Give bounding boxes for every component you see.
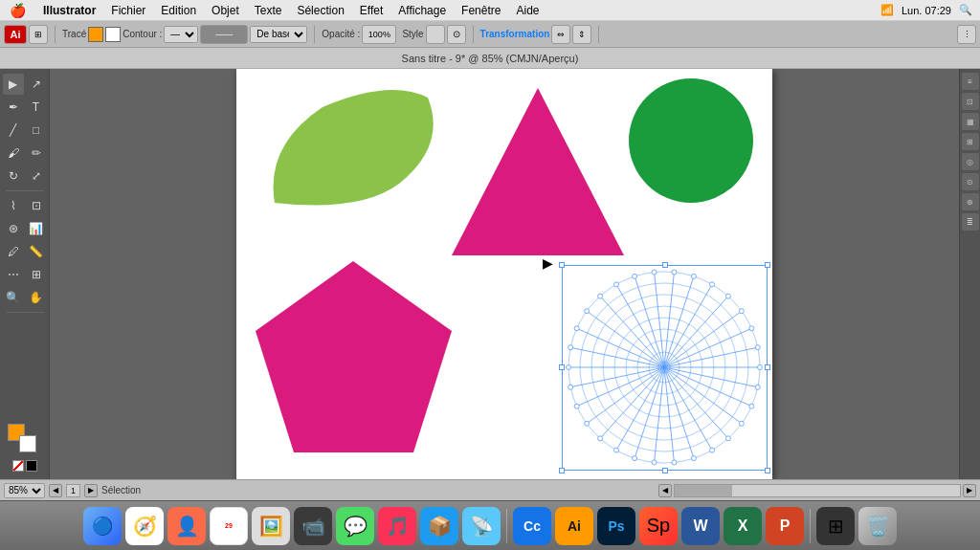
rect-tool[interactable]: □ [26,120,47,141]
rp-btn-5[interactable]: ◎ [962,153,979,170]
chart-tool[interactable]: 📊 [26,218,47,239]
scale-tool[interactable]: ⤢ [26,165,47,187]
tool-row-2: ✒ T [3,97,47,118]
rp-btn-3[interactable]: ▦ [962,113,979,130]
menu-texte[interactable]: Texte [247,4,290,17]
none-swatch[interactable] [12,460,24,472]
dock-word[interactable]: W [681,507,720,545]
rotate-tool[interactable]: ↻ [3,165,24,187]
dock-appstore[interactable]: 📦 [420,507,458,545]
apple-menu[interactable]: 🍎 [0,3,35,18]
ai-logo-btn[interactable]: Ai [4,25,27,44]
tb-sep-2 [314,26,315,43]
dock-illustrator[interactable]: Ai [555,507,593,545]
dock-safari[interactable]: 🧭 [125,507,164,545]
opacity-value[interactable]: 100% [362,25,396,44]
h-scrollbar-track[interactable] [674,484,961,497]
stroke-color-box[interactable] [105,27,121,42]
handle-br[interactable] [765,468,770,473]
stroke-width-btn[interactable]: —— [200,25,248,44]
transform-btn-2[interactable]: ⇕ [572,25,591,44]
shape-leaf[interactable] [265,88,437,212]
select-tool[interactable]: ▶ [3,74,24,95]
menu-aide[interactable]: Aide [508,4,546,17]
prev-page-btn[interactable]: ◀ [49,484,62,497]
menu-edition[interactable]: Edition [153,4,204,17]
handle-tm[interactable] [662,262,668,268]
fill-color-box[interactable] [88,27,103,42]
dock-excel[interactable]: X [724,507,762,545]
rp-btn-1[interactable]: ≡ [962,73,979,90]
transform-tool[interactable]: ⊡ [26,195,47,216]
canvas-area[interactable]: ▶ [50,69,959,479]
shape-spiral-container[interactable] [562,265,768,471]
dock-spark[interactable]: Sp [639,507,678,545]
shape-triangle[interactable] [447,83,629,264]
handle-tr[interactable] [765,262,770,268]
zoom-select[interactable]: 85% [4,483,45,498]
panel-toggle-btn[interactable]: ⋮ [957,25,976,44]
mode-btn[interactable]: ⊞ [29,25,48,44]
dock-calendar[interactable]: 29 [210,507,248,545]
mesh-tool[interactable]: ⊞ [26,264,47,285]
h-scrollbar-thumb[interactable] [675,485,732,496]
menu-objet[interactable]: Objet [204,4,247,17]
warp-tool[interactable]: ⌇ [3,195,24,216]
rp-btn-7[interactable]: ⊛ [962,193,979,210]
stroke-style-select[interactable]: De base [250,26,307,43]
dock-windowmgr[interactable]: ⊞ [816,507,855,545]
black-swatch[interactable] [26,460,37,472]
handle-bl[interactable] [559,468,565,473]
dock-powerpoint[interactable]: P [766,507,804,545]
handle-tl[interactable] [559,262,565,268]
hand-tool[interactable]: ✋ [26,287,47,308]
shape-circle[interactable] [629,78,753,203]
menu-fichier[interactable]: Fichier [103,4,153,17]
handle-bm[interactable] [662,468,668,473]
next-page-btn[interactable]: ▶ [84,484,98,497]
svg-point-64 [652,270,657,275]
style-btn[interactable] [426,25,445,44]
dock-finder[interactable]: 🔵 [83,507,122,545]
page-input[interactable]: 1 [66,484,80,497]
menu-fenetre[interactable]: Fenêtre [454,4,508,17]
rp-btn-6[interactable]: ⊙ [962,173,979,190]
contour-select[interactable]: — [164,26,198,43]
measure-tool[interactable]: 📏 [26,241,47,262]
dock-contacts[interactable]: 👤 [167,507,206,545]
dock-trash[interactable]: 🗑️ [858,507,897,545]
dock-remote[interactable]: 📡 [462,507,501,545]
dock-cc[interactable]: Cc [513,507,551,545]
blend-tool[interactable]: ⋯ [3,264,24,285]
stroke-swatch[interactable] [19,435,36,452]
transform-btn-1[interactable]: ⇔ [551,25,570,44]
rp-btn-2[interactable]: ⊡ [962,93,979,110]
dock-photoshop[interactable]: Ps [597,507,635,545]
dock: 🔵 🧭 👤 29 🖼️ 📹 💬 🎵 📦 📡 Cc Ai Ps Sp W X P … [0,500,980,550]
search-icon[interactable]: 🔍 [959,4,972,16]
rp-btn-8[interactable]: ≣ [962,213,979,231]
brush-tool[interactable]: 🖌 [3,143,24,164]
zoom-tool[interactable]: 🔍 [3,287,24,308]
type-tool[interactable]: T [26,97,47,118]
handle-ml[interactable] [559,364,565,370]
menu-selection[interactable]: Sélection [289,4,351,17]
eyedropper-tool[interactable]: 🖊 [3,241,24,262]
scroll-left-btn[interactable]: ◀ [658,484,672,497]
dock-messages[interactable]: 💬 [336,507,374,545]
shape-pentagon[interactable] [246,256,461,466]
symbol-tool[interactable]: ⊛ [3,218,24,239]
rp-btn-4[interactable]: ⊞ [962,133,979,150]
handle-mr[interactable] [765,364,770,370]
line-tool[interactable]: ╱ [3,120,24,141]
dock-photos[interactable]: 🖼️ [252,507,290,545]
dock-itunes[interactable]: 🎵 [378,507,416,545]
menu-affichage[interactable]: Affichage [390,4,454,17]
scroll-right-btn[interactable]: ▶ [963,484,976,497]
menu-effet[interactable]: Effet [352,4,390,17]
direct-select-tool[interactable]: ↗ [26,74,47,95]
pencil-tool[interactable]: ✏ [26,143,47,164]
dock-facetime[interactable]: 📹 [294,507,332,545]
pen-tool[interactable]: ✒ [3,97,24,118]
effect-btn[interactable]: ⊙ [447,25,466,44]
